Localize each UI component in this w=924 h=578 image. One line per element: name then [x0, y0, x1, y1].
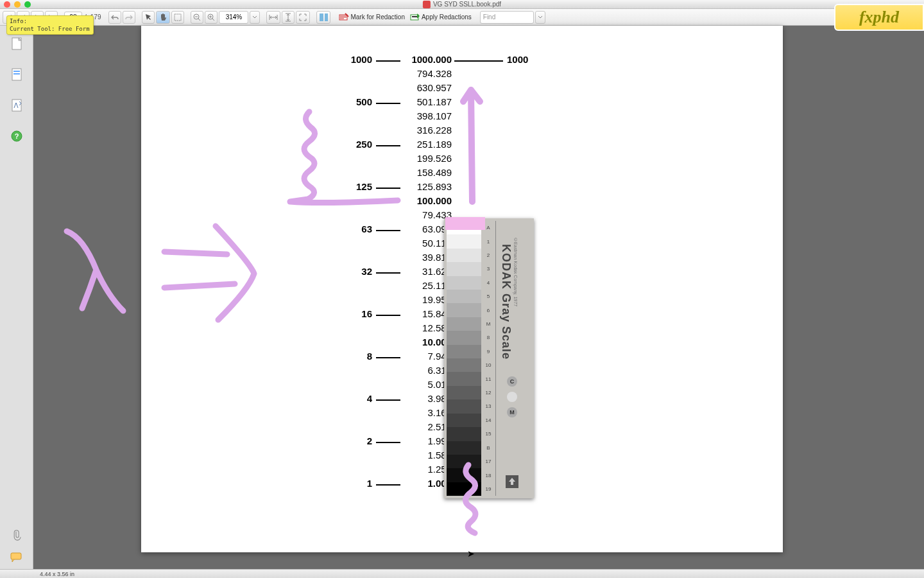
- svg-rect-4: [325, 13, 328, 21]
- help-panel-icon[interactable]: ?: [9, 128, 24, 144]
- mark-redaction-label: Mark for Redaction: [350, 13, 404, 21]
- close-window-icon[interactable]: [4, 1, 10, 8]
- attachments-panel-icon[interactable]: [9, 528, 24, 543]
- center-value: 501.187: [406, 96, 452, 107]
- left-label: 1: [334, 478, 372, 489]
- main-toolbar: 98 / 179 314% Mark for Redaction Apply R…: [0, 9, 924, 26]
- zoom-out-button[interactable]: [191, 11, 203, 24]
- status-bar: 4.44 x 3.56 in: [0, 569, 924, 578]
- center-value: 316.228: [406, 125, 452, 136]
- svg-rect-7: [412, 16, 417, 17]
- kodak-step-numbers: A123456M89101112131415B171819: [483, 221, 494, 496]
- tick-mark: [376, 230, 400, 231]
- svg-text:?: ?: [14, 132, 19, 140]
- center-value: 251.189: [406, 139, 452, 150]
- left-label: 4: [334, 393, 372, 404]
- left-label: 8: [334, 351, 372, 362]
- zoom-dropdown[interactable]: [250, 11, 260, 24]
- center-value: 794.328: [406, 68, 452, 79]
- tick-mark: [376, 357, 400, 358]
- center-value: 125.893: [406, 181, 452, 192]
- center-value: 100.000: [406, 195, 452, 206]
- left-label: 1000: [334, 54, 372, 65]
- marquee-zoom-button[interactable]: [171, 11, 184, 24]
- kodak-arrow-icon: [506, 475, 518, 491]
- center-value: 199.526: [406, 153, 452, 164]
- center-value: 1000.000: [406, 54, 452, 65]
- svg-rect-3: [320, 13, 323, 21]
- center-value: 630.957: [406, 82, 452, 93]
- annotation-highlight: [445, 217, 485, 230]
- apply-redactions-button[interactable]: Apply Redactions: [408, 11, 474, 24]
- tick-mark: [376, 399, 400, 401]
- brand-watermark: fxphd: [834, 4, 924, 31]
- navigation-sidebar: ?: [0, 26, 33, 569]
- reading-mode-button[interactable]: [316, 11, 330, 24]
- status-dimensions: 4.44 x 3.56 in: [40, 571, 74, 577]
- left-label: 125: [334, 181, 372, 192]
- kodak-copyright: ©Eastman Kodak Company, 1977: [513, 238, 518, 306]
- table-row: 10001000.0001000: [334, 54, 693, 68]
- tick-mark: [376, 145, 400, 146]
- select-tool-button[interactable]: [142, 11, 155, 24]
- table-row: 398.107: [334, 110, 693, 125]
- tick-mark: [376, 103, 400, 104]
- tick-mark: [376, 188, 400, 189]
- tick-mark: [376, 315, 400, 316]
- kodak-title: KODAK Gray Scale: [499, 244, 513, 360]
- comments-panel-icon[interactable]: [9, 550, 24, 565]
- signatures-panel-icon[interactable]: [9, 98, 24, 113]
- fit-width-button[interactable]: [266, 11, 280, 24]
- svg-rect-15: [11, 553, 21, 559]
- svg-rect-11: [13, 73, 20, 74]
- zoom-level-input[interactable]: 314%: [219, 11, 248, 24]
- svg-rect-10: [13, 71, 20, 72]
- find-input[interactable]: Find: [480, 11, 534, 24]
- left-label: 32: [334, 266, 372, 277]
- minimize-window-icon[interactable]: [14, 1, 21, 8]
- table-row: 158.489: [334, 167, 693, 181]
- info-sticky-note: Info: Current Tool: Free Form: [6, 15, 94, 35]
- apply-redactions-label: Apply Redactions: [422, 13, 472, 21]
- hand-tool-button[interactable]: [156, 11, 170, 24]
- tick-mark: [376, 272, 400, 274]
- zoom-in-button[interactable]: [205, 11, 218, 24]
- window-title: VG SYD SSLL.book.pdf: [423, 1, 501, 8]
- tick-mark: [376, 484, 400, 486]
- mouse-cursor-icon: ➤: [467, 548, 475, 559]
- left-label: 250: [334, 139, 372, 150]
- kodak-badge-c: C: [507, 376, 517, 387]
- center-value: 398.107: [406, 110, 452, 121]
- find-dropdown[interactable]: [535, 11, 545, 24]
- undo-button[interactable]: [108, 11, 121, 24]
- table-row: 100.000: [334, 195, 693, 209]
- kodak-badges: C M: [507, 376, 517, 417]
- table-row: 316.228: [334, 125, 693, 139]
- tick-mark: [376, 60, 400, 62]
- mark-redaction-button[interactable]: Mark for Redaction: [337, 11, 406, 24]
- workspace: ? 10001000.0001000794.328630.957500501.1…: [0, 26, 924, 569]
- sticky-line2: Current Tool: Free Form: [10, 25, 90, 33]
- kodak-divider: [495, 221, 496, 496]
- kodak-gray-scale-card: A123456M89101112131415B171819 KODAK Gray…: [444, 218, 534, 498]
- table-row: 199.526: [334, 153, 693, 167]
- zoom-window-icon[interactable]: [24, 1, 31, 8]
- fit-page-button[interactable]: [282, 11, 295, 24]
- table-row: 630.957: [334, 82, 693, 96]
- redo-button[interactable]: [123, 11, 135, 24]
- pages-panel-icon[interactable]: [9, 36, 24, 51]
- table-row: 500501.187: [334, 96, 693, 110]
- left-label: 2: [334, 435, 372, 446]
- bookmarks-panel-icon[interactable]: [9, 67, 24, 82]
- table-row: 250251.189: [334, 139, 693, 153]
- table-row: 125125.893: [334, 181, 693, 195]
- left-label: 500: [334, 96, 372, 107]
- table-row: 794.328: [334, 68, 693, 82]
- center-value: 158.489: [406, 167, 452, 178]
- kodak-badge-blank: [507, 392, 517, 402]
- right-tick: [454, 60, 503, 62]
- sticky-line1: Info:: [10, 17, 90, 25]
- fit-visible-button[interactable]: [296, 11, 310, 24]
- left-label: 63: [334, 223, 372, 234]
- window-titlebar: VG SYD SSLL.book.pdf: [0, 0, 924, 9]
